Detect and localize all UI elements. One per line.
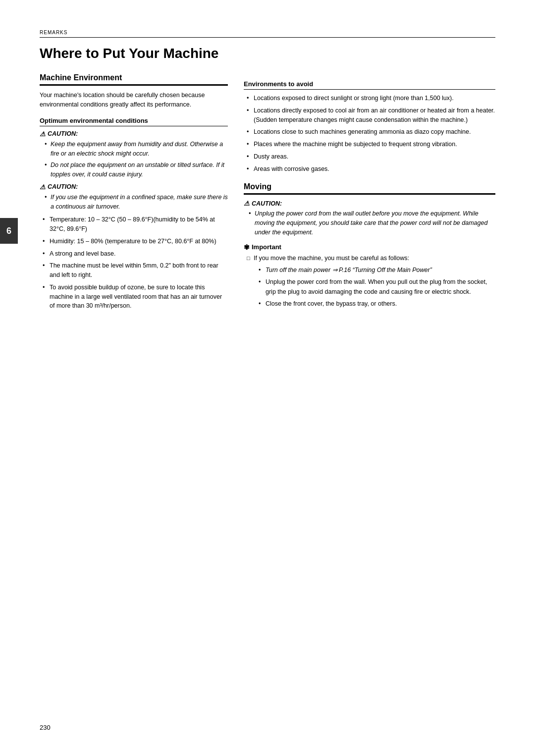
important-list: If you move the machine, you must be car… — [244, 254, 495, 309]
caution-label-moving: ⚠ CAUTION: — [244, 200, 495, 207]
env-item-3: Locations close to such machines generat… — [247, 127, 495, 137]
env-item-2: Locations directly exposed to cool air f… — [247, 106, 495, 125]
bullet-item-3: A strong and level base. — [43, 249, 228, 259]
caution-label-2: ⚠ CAUTION: — [40, 183, 228, 191]
subsection-environments: Environments to avoid — [244, 80, 495, 90]
page-number: 230 — [40, 724, 51, 731]
caution-symbol-2: ⚠ — [40, 183, 46, 191]
caution-symbol-1: ⚠ — [40, 130, 46, 138]
sub-item-1-text: Turn off the main power ⇒ P.16 “Turning … — [266, 267, 432, 273]
caution-block-2: ⚠ CAUTION: If you use the equipment in a… — [40, 183, 228, 212]
caution1-item-1: Keep the equipment away from humidity an… — [45, 140, 228, 159]
right-column: Environments to avoid Locations exposed … — [244, 73, 495, 315]
bullet-list-left: Temperature: 10 – 32°C (50 – 89.6°F)(hum… — [40, 215, 228, 311]
caution1-item-2: Do not place the equipment on an unstabl… — [45, 161, 228, 179]
caution1-label-text: CAUTION: — [48, 130, 78, 137]
subsection-optimum: Optimum environmental conditions — [40, 117, 228, 126]
caution-block-moving: ⚠ CAUTION: Unplug the power cord from th… — [244, 200, 495, 237]
caution-list-1: Keep the equipment away from humidity an… — [40, 140, 228, 179]
caution-label-1: ⚠ CAUTION: — [40, 130, 228, 138]
caution2-label-text: CAUTION: — [48, 183, 78, 190]
sub-bullet-list: Turn off the main power ⇒ P.16 “Turning … — [254, 266, 495, 309]
section-title-moving: Moving — [244, 182, 495, 195]
bullet-item-2: Humidity: 15 – 80% (temperature to be 27… — [43, 237, 228, 246]
important-label-text: Important — [252, 243, 281, 251]
chapter-number: 6 — [6, 226, 11, 236]
important-label: ✾ Important — [244, 243, 495, 251]
bullet-item-4: The machine must be level within 5mm, 0.… — [43, 261, 228, 280]
important-symbol: ✾ — [244, 243, 250, 251]
caution-symbol-moving: ⚠ — [244, 200, 250, 207]
bullet-item-1: Temperature: 10 – 32°C (50 – 89.6°F)(hum… — [43, 215, 228, 234]
left-column: Machine Environment Your machine's locat… — [40, 73, 228, 315]
remarks-label: REMARKS — [40, 30, 495, 35]
important-intro-text: If you move the machine, you must be car… — [254, 255, 409, 262]
env-item-1: Locations exposed to direct sunlight or … — [247, 94, 495, 103]
sub-item-1: Turn off the main power ⇒ P.16 “Turning … — [259, 266, 495, 275]
sub-item-2: Unplug the power cord from the wall. Whe… — [259, 277, 495, 297]
two-column-layout: Machine Environment Your machine's locat… — [40, 73, 495, 315]
bullet-item-5: To avoid possible buildup of ozone, be s… — [43, 283, 228, 311]
environments-list: Locations exposed to direct sunlight or … — [244, 94, 495, 173]
page: 6 REMARKS Where to Put Your Machine Mach… — [0, 0, 535, 756]
env-item-5: Dusty areas. — [247, 152, 495, 162]
caution-block-1: ⚠ CAUTION: Keep the equipment away from … — [40, 130, 228, 179]
chapter-tab: 6 — [0, 218, 18, 244]
top-rule — [40, 37, 495, 38]
caution2-item-1: If you use the equipment in a confined s… — [45, 193, 228, 212]
page-title: Where to Put Your Machine — [40, 46, 495, 61]
env-item-6: Areas with corrosive gases. — [247, 164, 495, 174]
important-intro-item: If you move the machine, you must be car… — [247, 254, 495, 309]
caution-list-moving: Unplug the power cord from the wall outl… — [244, 209, 495, 237]
env-item-4: Places where the machine might be subjec… — [247, 140, 495, 149]
caution-list-2: If you use the equipment in a confined s… — [40, 193, 228, 212]
sub-item-3: Close the front cover, the bypass tray, … — [259, 299, 495, 309]
caution-moving-item-1: Unplug the power cord from the wall outl… — [249, 209, 495, 237]
intro-text: Your machine's location should be carefu… — [40, 91, 228, 110]
caution-moving-label-text: CAUTION: — [252, 200, 282, 207]
section-title-machine-environment: Machine Environment — [40, 73, 228, 86]
important-block: ✾ Important If you move the machine, you… — [244, 243, 495, 309]
